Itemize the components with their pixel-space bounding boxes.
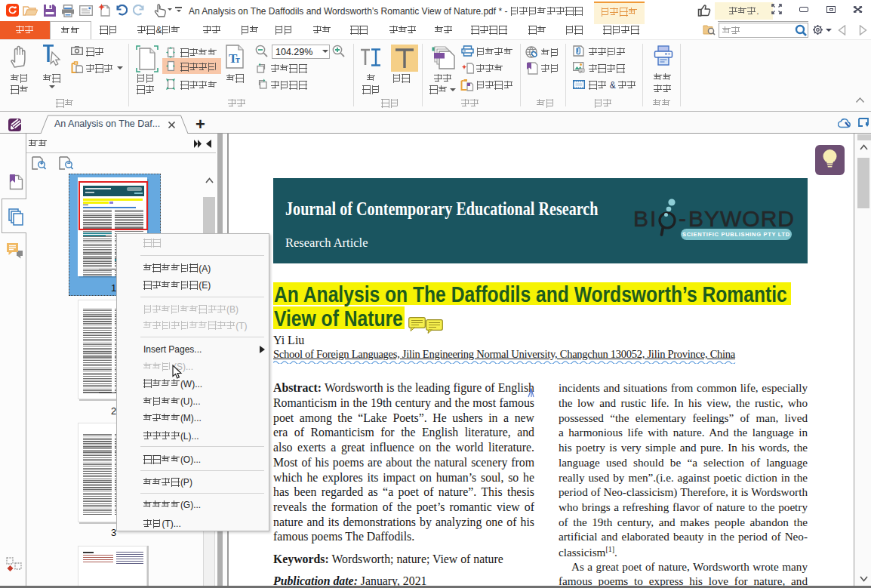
svg-text:т: т [235,54,240,65]
svg-text:YWORD: YWORD [704,206,793,231]
svg-text:B: B [633,206,648,231]
svg-text:B: B [688,206,703,231]
svg-text:-: - [679,206,686,231]
svg-text:I: I [650,206,656,231]
